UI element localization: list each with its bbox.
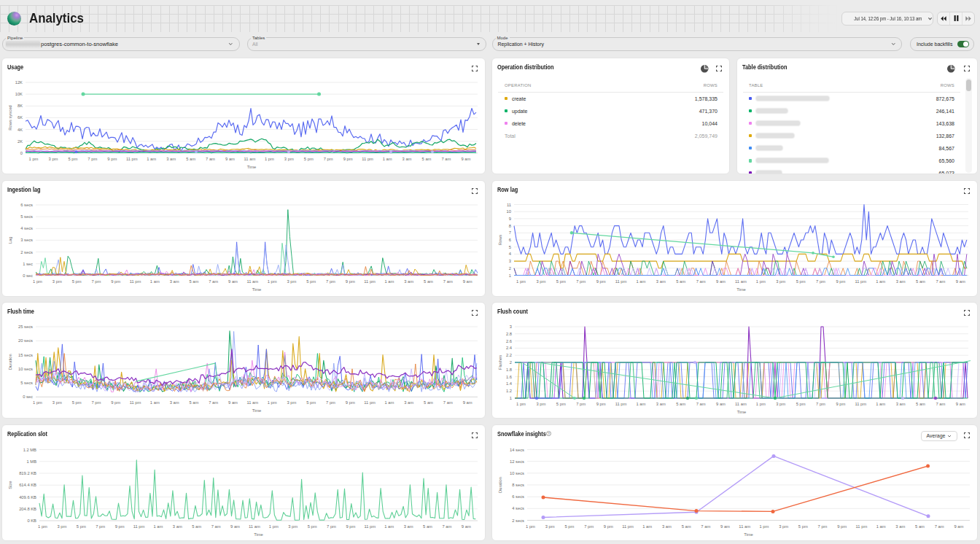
svg-text:14 secs: 14 secs	[510, 447, 524, 451]
svg-text:7 pm: 7 pm	[91, 279, 101, 283]
svg-text:7 pm: 7 pm	[324, 157, 333, 161]
svg-text:25 secs: 25 secs	[18, 325, 33, 329]
svg-text:1 pm: 1 pm	[265, 157, 274, 161]
svg-text:11 pm: 11 pm	[622, 524, 634, 528]
svg-text:9 am: 9 am	[463, 279, 472, 283]
svg-text:11 pm: 11 pm	[130, 400, 141, 405]
svg-text:5 am: 5 am	[916, 279, 925, 283]
svg-text:9 pm: 9 pm	[346, 279, 355, 283]
svg-text:Rows synced: Rows synced	[8, 105, 12, 130]
svg-text:2 secs: 2 secs	[512, 518, 524, 522]
svg-text:9 am: 9 am	[463, 400, 472, 405]
svg-text:5 am: 5 am	[676, 279, 685, 283]
svg-text:5 pm: 5 pm	[72, 279, 82, 283]
svg-text:5: 5	[509, 244, 511, 249]
svg-text:7 am: 7 am	[935, 524, 944, 528]
svg-text:3 pm: 3 pm	[545, 524, 555, 528]
svg-text:1 am: 1 am	[876, 402, 885, 406]
svg-text:11 pm: 11 pm	[364, 279, 376, 283]
svg-text:11 am: 11 am	[249, 524, 260, 529]
svg-text:7 am: 7 am	[441, 157, 451, 161]
svg-text:6 secs: 6 secs	[512, 494, 524, 499]
svg-text:1 pm: 1 pm	[516, 279, 526, 283]
svg-text:1 am: 1 am	[636, 402, 645, 406]
svg-text:9 pm: 9 pm	[115, 524, 125, 529]
svg-text:4 secs: 4 secs	[20, 226, 33, 230]
svg-text:9 pm: 9 pm	[837, 524, 847, 528]
svg-text:9 am: 9 am	[225, 157, 235, 161]
svg-text:12K: 12K	[15, 80, 23, 85]
svg-text:1.8: 1.8	[506, 368, 512, 372]
svg-text:10: 10	[507, 209, 511, 214]
svg-text:7 pm: 7 pm	[96, 524, 105, 529]
svg-text:1 pm: 1 pm	[526, 524, 535, 528]
svg-text:2.2: 2.2	[506, 353, 512, 357]
svg-text:5 pm: 5 pm	[556, 279, 566, 283]
svg-text:5 pm: 5 pm	[306, 400, 316, 405]
svg-text:5 pm: 5 pm	[796, 279, 806, 283]
svg-text:3 pm: 3 pm	[287, 400, 296, 405]
svg-text:3: 3	[510, 325, 512, 329]
svg-text:4: 4	[509, 252, 512, 256]
svg-text:1 pm: 1 pm	[756, 402, 766, 406]
svg-text:7 pm: 7 pm	[816, 402, 825, 406]
svg-text:Time: Time	[254, 532, 263, 537]
svg-text:11 pm: 11 pm	[364, 400, 376, 405]
svg-text:8: 8	[509, 223, 511, 228]
svg-text:3 pm: 3 pm	[52, 400, 62, 405]
svg-text:1 am: 1 am	[150, 279, 160, 283]
svg-text:3 pm: 3 pm	[284, 157, 294, 161]
svg-text:11 pm: 11 pm	[855, 279, 866, 283]
svg-text:7 pm: 7 pm	[816, 279, 825, 283]
svg-text:20 secs: 20 secs	[18, 338, 33, 343]
svg-text:7 am: 7 am	[442, 524, 451, 529]
svg-text:3 pm: 3 pm	[49, 157, 58, 161]
svg-text:7: 7	[509, 230, 511, 235]
svg-text:7 am: 7 am	[936, 279, 945, 283]
svg-text:7 pm: 7 pm	[576, 402, 586, 406]
svg-text:7 am: 7 am	[696, 402, 706, 406]
svg-text:11 am: 11 am	[735, 402, 747, 406]
svg-text:Time: Time	[252, 287, 262, 291]
svg-text:3 am: 3 am	[170, 279, 179, 283]
svg-text:5 pm: 5 pm	[304, 157, 314, 161]
svg-text:9 pm: 9 pm	[596, 402, 606, 406]
svg-text:1 sec: 1 sec	[23, 261, 33, 265]
svg-text:2.4: 2.4	[506, 346, 513, 350]
svg-text:9 pm: 9 pm	[836, 402, 845, 406]
svg-text:9 am: 9 am	[954, 524, 963, 528]
svg-text:9 am: 9 am	[461, 157, 470, 161]
svg-text:Flushes: Flushes	[498, 355, 502, 370]
svg-text:Duration: Duration	[8, 354, 12, 370]
svg-text:1 pm: 1 pm	[33, 279, 42, 283]
svg-text:5 pm: 5 pm	[306, 279, 316, 283]
svg-text:3 am: 3 am	[173, 524, 182, 529]
svg-text:819.2 KB: 819.2 KB	[19, 471, 36, 475]
svg-text:5 am: 5 am	[189, 400, 198, 405]
svg-text:15 secs: 15 secs	[18, 353, 33, 357]
svg-text:7 pm: 7 pm	[326, 400, 335, 405]
svg-text:204.8 KB: 204.8 KB	[19, 506, 36, 510]
svg-text:9 pm: 9 pm	[604, 524, 613, 528]
svg-text:0 KB: 0 KB	[27, 518, 36, 523]
svg-text:Size: Size	[8, 481, 12, 489]
svg-text:9 am: 9 am	[230, 524, 240, 529]
svg-text:11 am: 11 am	[735, 279, 747, 283]
svg-text:5 pm: 5 pm	[68, 157, 77, 161]
svg-text:7 am: 7 am	[206, 157, 215, 161]
svg-text:5 am: 5 am	[682, 524, 691, 528]
svg-text:11 pm: 11 pm	[133, 524, 145, 529]
svg-text:7 am: 7 am	[211, 524, 221, 529]
svg-text:1 am: 1 am	[150, 400, 160, 405]
svg-text:1 am: 1 am	[636, 279, 645, 283]
svg-text:6: 6	[509, 238, 511, 242]
svg-text:5 am: 5 am	[422, 157, 432, 161]
svg-text:9 pm: 9 pm	[836, 279, 845, 283]
svg-text:4 secs: 4 secs	[512, 506, 524, 510]
svg-text:3 pm: 3 pm	[287, 279, 296, 283]
svg-text:6K: 6K	[18, 115, 23, 120]
svg-text:Time: Time	[744, 532, 753, 536]
svg-text:10 secs: 10 secs	[510, 470, 524, 475]
svg-text:12 secs: 12 secs	[510, 459, 524, 463]
svg-text:5 secs: 5 secs	[20, 381, 33, 385]
